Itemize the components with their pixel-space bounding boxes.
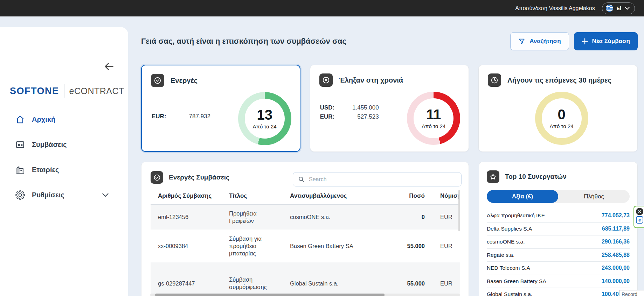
card-values: EUR: 787.932 bbox=[152, 112, 210, 121]
list-item[interactable]: Άλφα προμηθευτική ΙΚΕ 774.052,73 bbox=[487, 209, 630, 223]
econtract-badge-icon: e bbox=[636, 216, 643, 224]
tab-count[interactable]: Πλήθος bbox=[558, 190, 630, 203]
card-title: Λήγουν τις επόμενες 30 ημέρες bbox=[507, 76, 611, 84]
stat-cards-row: Ενεργές 13 Από τα 24 EUR: 787.932 Έληξαν… bbox=[141, 65, 638, 152]
sidebar-item-contracts[interactable]: Συμβάσεις bbox=[0, 136, 128, 153]
sidebar: SOFTONE eCONTRACT Αρχική Συμβάσεις bbox=[0, 27, 128, 296]
sidebar-item-companies[interactable]: Εταιρίες bbox=[0, 161, 128, 178]
cell-counterparty: cosmoONE s.a. bbox=[283, 213, 374, 221]
close-icon[interactable]: ✕ bbox=[636, 208, 643, 215]
donut-total-label: Από τα 24 bbox=[253, 124, 277, 129]
page-title: Γειά σας, αυτή είναι η επισκόπηση των συ… bbox=[141, 37, 346, 46]
table-row[interactable]: xx-0009384 Σύμβαση για προμήθεια μπαταρί… bbox=[151, 230, 460, 262]
new-button-label: Νέα Σύμβαση bbox=[592, 38, 630, 45]
card-expired-contracts[interactable]: Έληξαν στη χρονιά 11 Από τα 24 USD: 1.45… bbox=[310, 65, 469, 152]
list-item[interactable]: NED Telecom S.A 243.000,00 bbox=[487, 262, 630, 275]
cell-amount: 0 bbox=[374, 213, 425, 221]
partner-value: 140.000,00 bbox=[602, 278, 630, 284]
sidebar-item-label: Αρχική bbox=[32, 115, 55, 124]
search-filter-button[interactable]: Αναζήτηση bbox=[510, 32, 569, 50]
sidebar-nav: Αρχική Συμβάσεις Εταιρίες bbox=[0, 111, 128, 212]
cell-contract-number: xx-0009384 bbox=[151, 242, 222, 250]
panel-title: Top 10 Συνεργατών bbox=[505, 173, 567, 181]
logo-divider bbox=[64, 84, 64, 98]
currency-label: USD: bbox=[320, 103, 340, 112]
partner-name: Delta Supplies S.A bbox=[487, 226, 532, 232]
column-header-title[interactable]: Τίτλος bbox=[222, 192, 283, 199]
card-title: Ενεργές bbox=[171, 77, 198, 85]
language-code: El bbox=[617, 6, 621, 11]
column-header-number[interactable]: Αριθμός Σύμβασης bbox=[151, 192, 222, 199]
panel-title: Ενεργές Συμβάσεις bbox=[169, 174, 229, 181]
partner-value: 774.052,73 bbox=[602, 212, 630, 219]
panel-header: Top 10 Συνεργατών bbox=[479, 162, 637, 189]
plus-icon bbox=[582, 38, 588, 44]
check-circle-icon bbox=[151, 74, 164, 87]
filter-funnel-icon bbox=[518, 38, 525, 45]
search-input[interactable] bbox=[309, 176, 456, 183]
sidebar-collapse-button[interactable] bbox=[104, 61, 115, 72]
donut-total-label: Από τα 24 bbox=[550, 123, 574, 129]
column-header-counterparty[interactable]: Αντισυμβαλλόμενος bbox=[283, 192, 374, 199]
cell-title: Σύμβαση συμμόρφωσης bbox=[222, 276, 283, 291]
table-search[interactable] bbox=[293, 172, 462, 186]
list-item[interactable]: cosmoONE s.a. 290.166,36 bbox=[487, 235, 630, 249]
column-header-currency[interactable]: Νόμισμα bbox=[425, 192, 460, 199]
currency-label: EUR: bbox=[320, 112, 340, 121]
cell-counterparty: Basen Green Battery SA bbox=[283, 242, 374, 250]
greek-flag-icon bbox=[606, 5, 613, 12]
accessibility-widget[interactable]: ✕ e bbox=[633, 206, 644, 228]
page-header: Γειά σας, αυτή είναι η επισκόπηση των συ… bbox=[141, 31, 638, 51]
list-item[interactable]: Regate s.a. 258.485,88 bbox=[487, 249, 630, 262]
list-item[interactable]: Delta Supplies S.A 685.117,89 bbox=[487, 223, 630, 236]
donut-chart-expired: 11 Από τα 24 bbox=[407, 92, 460, 145]
sidebar-item-settings[interactable]: Ρυθμίσεις bbox=[0, 186, 128, 203]
value-count-toggle: Αξία (€) Πλήθος bbox=[487, 190, 630, 203]
partner-name: Regate s.a. bbox=[487, 252, 514, 258]
partner-name: Global Sustain s.a. bbox=[487, 291, 532, 296]
gear-icon bbox=[15, 190, 25, 200]
sidebar-item-home[interactable]: Αρχική bbox=[0, 111, 128, 128]
search-icon bbox=[298, 176, 305, 183]
record-label: Record bbox=[622, 291, 637, 296]
new-contract-button[interactable]: Νέα Σύμβαση bbox=[574, 32, 638, 50]
clock-icon bbox=[488, 73, 501, 87]
card-expiring-soon[interactable]: Λήγουν τις επόμενες 30 ημέρες 0 Από τα 2… bbox=[478, 65, 638, 152]
table-header-row: Αριθμός Σύμβασης Τίτλος Αντισυμβαλλόμενο… bbox=[151, 190, 460, 205]
home-icon bbox=[15, 115, 25, 124]
table-row[interactable]: gs-029287447 Σύμβαση συμμόρφωσης Global … bbox=[151, 262, 460, 296]
record-indicator: Record bbox=[619, 290, 644, 296]
tab-value[interactable]: Αξία (€) bbox=[487, 190, 558, 203]
contracts-table: Αριθμός Σύμβασης Τίτλος Αντισυμβαλλόμενο… bbox=[151, 190, 460, 296]
currency-amount: 1.455.000 bbox=[340, 103, 379, 112]
logo-softone: SOFTONE bbox=[10, 86, 59, 97]
cell-currency: EUR bbox=[425, 242, 460, 250]
language-selector[interactable]: El bbox=[602, 2, 635, 14]
cell-contract-number: gs-029287447 bbox=[151, 280, 222, 287]
cell-title: Προμήθεια Γραφείων bbox=[222, 210, 283, 225]
cell-contract-number: eml-123456 bbox=[151, 213, 222, 221]
chevron-down-icon[interactable] bbox=[102, 193, 109, 197]
cell-counterparty: Global Sustain s.a. bbox=[283, 280, 374, 287]
donut-count: 0 bbox=[558, 107, 566, 121]
column-header-amount[interactable]: Ποσό bbox=[374, 192, 425, 199]
sidebar-item-label: Ρυθμίσεις bbox=[32, 191, 64, 199]
card-active-contracts[interactable]: Ενεργές 13 Από τα 24 EUR: 787.932 bbox=[141, 65, 300, 152]
x-circle-icon bbox=[319, 73, 333, 87]
card-header: Έληξαν στη χρονιά bbox=[319, 73, 460, 87]
table-row[interactable]: eml-123456 Προμήθεια Γραφείων cosmoONE s… bbox=[151, 205, 460, 230]
scrollbar-thumb[interactable] bbox=[155, 294, 385, 296]
donut-count: 11 bbox=[426, 107, 441, 121]
currency-amount: 787.932 bbox=[171, 112, 210, 121]
active-contracts-panel: Ενεργές Συμβάσεις Αριθμός Σύμβασης Τίτλο… bbox=[141, 162, 469, 296]
table-vertical-scrollbar[interactable] bbox=[458, 190, 460, 231]
table-horizontal-scrollbar[interactable] bbox=[150, 294, 460, 296]
partner-value: 685.117,89 bbox=[602, 226, 630, 232]
donut-total-label: Από τα 24 bbox=[422, 123, 445, 129]
top-partners-panel: Top 10 Συνεργατών Αξία (€) Πλήθος Άλφα π… bbox=[479, 162, 638, 296]
logout-link[interactable]: Αποσύνδεση Vassilis Aggelakos bbox=[515, 5, 595, 12]
contracts-icon bbox=[15, 140, 25, 149]
list-item[interactable]: Basen Green Battery SA 140.000,00 bbox=[487, 275, 630, 288]
list-item[interactable]: Global Sustain s.a. 100.400,00 bbox=[487, 288, 630, 296]
partner-value: 243.000,00 bbox=[602, 265, 630, 271]
